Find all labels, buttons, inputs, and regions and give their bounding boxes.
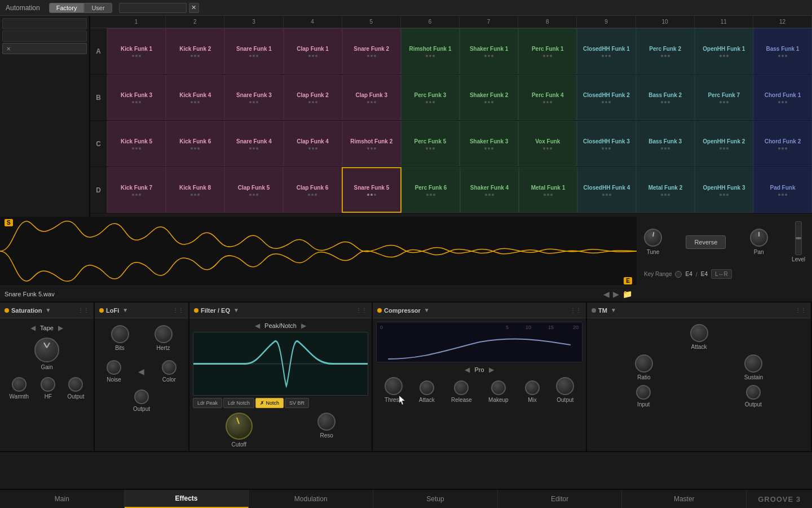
pad-a12[interactable]: Bass Funk 1 bbox=[753, 28, 812, 74]
pan-knob[interactable] bbox=[750, 229, 768, 247]
pad-a10[interactable]: Perc Funk 2 bbox=[636, 28, 695, 74]
thresh-knob[interactable] bbox=[385, 377, 403, 395]
pad-a2[interactable]: Kick Funk 2 bbox=[166, 28, 224, 74]
pad-d8[interactable]: Metal Funk 1 bbox=[519, 167, 577, 213]
pad-d9[interactable]: ClosedHH Funk 4 bbox=[577, 167, 636, 213]
pad-c7[interactable]: Shaker Funk 3 bbox=[460, 121, 518, 167]
pad-c1[interactable]: Kick Funk 5 bbox=[107, 121, 166, 167]
pad-c4[interactable]: Clap Funk 4 bbox=[284, 121, 342, 167]
tab-modulation[interactable]: Modulation bbox=[249, 490, 373, 508]
comp-output-knob[interactable] bbox=[556, 377, 574, 395]
pad-a6[interactable]: Rimshot Funk 1 bbox=[401, 28, 460, 74]
hf-knob[interactable] bbox=[41, 377, 55, 392]
waveform-prev-btn[interactable]: ◀ bbox=[603, 290, 610, 299]
pad-b12[interactable]: Chord Funk 1 bbox=[753, 75, 812, 120]
noise-knob[interactable] bbox=[107, 360, 121, 375]
pad-c8[interactable]: Vox Funk bbox=[518, 121, 577, 167]
lofi-grid-icon[interactable]: ⋮⋮ bbox=[173, 307, 184, 313]
cutoff-knob[interactable] bbox=[226, 413, 253, 440]
saturation-dropdown-arrow[interactable]: ▼ bbox=[45, 307, 51, 313]
pad-b8[interactable]: Perc Funk 4 bbox=[518, 75, 577, 120]
tab-effects[interactable]: Effects bbox=[125, 490, 249, 508]
pad-c12[interactable]: Chord Funk 2 bbox=[753, 121, 812, 167]
comp-next-arrow[interactable]: ▶ bbox=[489, 366, 494, 374]
pad-a5[interactable]: Snare Funk 2 bbox=[342, 28, 401, 74]
gain-knob[interactable] bbox=[34, 338, 59, 362]
bits-knob[interactable] bbox=[111, 325, 129, 343]
user-tab[interactable]: User bbox=[84, 3, 112, 13]
pad-b9[interactable]: ClosedHH Funk 2 bbox=[577, 75, 636, 120]
color-knob[interactable] bbox=[162, 360, 176, 375]
hertz-knob[interactable] bbox=[155, 325, 173, 343]
pad-d2[interactable]: Kick Funk 8 bbox=[166, 167, 224, 213]
sidebar-item-1[interactable] bbox=[2, 18, 87, 29]
tab-editor[interactable]: Editor bbox=[498, 490, 623, 508]
compressor-power-dot[interactable] bbox=[377, 308, 382, 313]
pad-d5-selected[interactable]: Snare Funk 5 bbox=[342, 167, 401, 213]
filter-mode-next[interactable]: ▶ bbox=[301, 322, 306, 330]
reverse-button[interactable]: Reverse bbox=[686, 235, 726, 249]
sidebar-close-btn[interactable]: ✕ bbox=[2, 43, 87, 54]
makeup-knob[interactable] bbox=[491, 380, 506, 395]
sidebar-item-2[interactable] bbox=[2, 30, 87, 42]
pad-d4[interactable]: Clap Funk 6 bbox=[283, 167, 342, 213]
tm-power-dot[interactable] bbox=[592, 308, 596, 313]
filter-ldr-peak-btn[interactable]: Ldr Peak bbox=[193, 398, 222, 408]
pad-a8[interactable]: Perc Funk 1 bbox=[518, 28, 577, 74]
comp-prev-arrow[interactable]: ◀ bbox=[465, 366, 470, 374]
pad-b3[interactable]: Snare Funk 3 bbox=[224, 75, 283, 120]
lr-button[interactable]: L↔R bbox=[711, 269, 732, 279]
tape-prev-arrow[interactable]: ◀ bbox=[30, 324, 36, 332]
pad-c2[interactable]: Kick Funk 6 bbox=[166, 121, 224, 167]
filter-notch-btn-active[interactable]: ✗ Notch bbox=[255, 398, 284, 408]
pad-d11[interactable]: OpenHH Funk 3 bbox=[695, 167, 753, 213]
waveform-folder-btn[interactable]: 📁 bbox=[623, 290, 632, 299]
pad-b2[interactable]: Kick Funk 4 bbox=[166, 75, 224, 120]
filter-power-dot[interactable] bbox=[194, 308, 198, 313]
tm-attack-knob[interactable] bbox=[690, 324, 708, 342]
filter-grid-icon[interactable]: ⋮⋮ bbox=[356, 307, 367, 313]
filter-mode-prev[interactable]: ◀ bbox=[255, 322, 260, 330]
pad-b6[interactable]: Perc Funk 3 bbox=[401, 75, 460, 120]
tm-dropdown-arrow[interactable]: ▼ bbox=[611, 307, 616, 313]
tape-next-arrow[interactable]: ▶ bbox=[58, 324, 63, 332]
pad-d7[interactable]: Shaker Funk 4 bbox=[460, 167, 519, 213]
pad-b5[interactable]: Clap Funk 3 bbox=[342, 75, 401, 120]
warmth-knob[interactable] bbox=[12, 377, 27, 392]
pad-b4[interactable]: Clap Funk 2 bbox=[284, 75, 342, 120]
filter-svbr-btn[interactable]: SV BR bbox=[285, 398, 309, 408]
pad-d10[interactable]: Metal Funk 2 bbox=[636, 167, 695, 213]
reso-knob[interactable] bbox=[317, 413, 336, 431]
lofi-power-dot[interactable] bbox=[99, 308, 104, 313]
pad-c11[interactable]: OpenHH Funk 2 bbox=[695, 121, 753, 167]
tm-grid-icon[interactable]: ⋮⋮ bbox=[795, 307, 806, 313]
saturation-power-dot[interactable] bbox=[5, 308, 9, 313]
tab-master[interactable]: Master bbox=[622, 490, 747, 508]
pad-a1[interactable]: Kick Funk 1 bbox=[107, 28, 166, 74]
compressor-grid-icon[interactable]: ⋮⋮ bbox=[570, 307, 581, 313]
pad-d3[interactable]: Clap Funk 5 bbox=[224, 167, 283, 213]
tm-sustain-knob[interactable] bbox=[744, 354, 762, 373]
pad-b10[interactable]: Bass Funk 2 bbox=[636, 75, 695, 120]
filter-dropdown-arrow[interactable]: ▼ bbox=[233, 307, 239, 313]
close-icon[interactable]: ✕ bbox=[189, 3, 199, 13]
pad-b1[interactable]: Kick Funk 3 bbox=[107, 75, 166, 120]
pad-c9[interactable]: ClosedHH Funk 3 bbox=[577, 121, 636, 167]
sat-output-knob[interactable] bbox=[68, 377, 83, 392]
tm-input-knob[interactable] bbox=[636, 385, 651, 400]
pad-c10[interactable]: Bass Funk 3 bbox=[636, 121, 695, 167]
attack-knob[interactable] bbox=[420, 380, 434, 395]
compressor-dropdown-arrow[interactable]: ▼ bbox=[424, 307, 430, 313]
factory-tab[interactable]: Factory bbox=[49, 3, 85, 13]
pad-d6[interactable]: Perc Funk 6 bbox=[401, 167, 460, 213]
waveform-next-btn[interactable]: ▶ bbox=[613, 290, 619, 299]
tab-main[interactable]: Main bbox=[0, 490, 125, 508]
filter-ldr-notch-btn[interactable]: Ldr Notch bbox=[223, 398, 254, 408]
pad-b7[interactable]: Shaker Funk 2 bbox=[460, 75, 518, 120]
pad-c6[interactable]: Perc Funk 5 bbox=[401, 121, 460, 167]
pad-d1[interactable]: Kick Funk 7 bbox=[107, 167, 166, 213]
pad-a9[interactable]: ClosedHH Funk 1 bbox=[577, 28, 636, 74]
pad-b11[interactable]: Perc Funk 7 bbox=[695, 75, 753, 120]
pad-a7[interactable]: Shaker Funk 1 bbox=[460, 28, 518, 74]
level-fader[interactable] bbox=[795, 221, 802, 255]
